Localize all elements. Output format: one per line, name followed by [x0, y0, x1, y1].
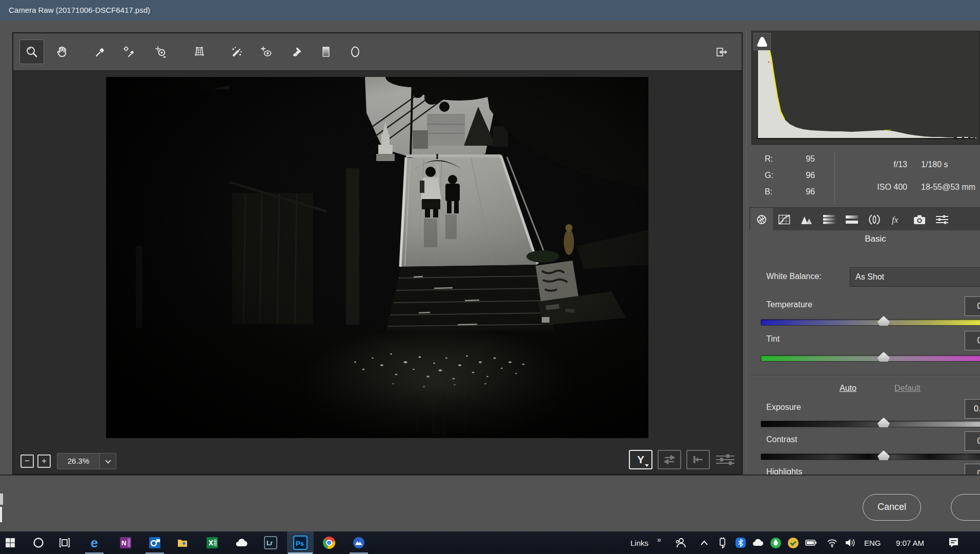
language-indicator[interactable]: ENG — [864, 531, 881, 554]
iso-value: ISO 400 — [851, 183, 907, 192]
red-eye-tool-button[interactable] — [254, 39, 278, 64]
taskbar-lightroom-button[interactable]: Lr — [260, 531, 281, 554]
tab-lens-corrections[interactable] — [863, 208, 886, 231]
temperature-value: 0 — [977, 302, 980, 310]
antivirus-tray-icon-button[interactable] — [770, 531, 782, 554]
g-value: 96 — [779, 171, 815, 180]
battery-tray-icon-button[interactable] — [805, 531, 818, 554]
wifi-tray-icon-button[interactable] — [826, 531, 839, 554]
volume-tray-icon-button[interactable] — [845, 531, 857, 554]
security-tray-icon-button[interactable] — [787, 531, 799, 554]
temperature-slider-handle[interactable] — [877, 316, 890, 326]
radial-filter-icon — [349, 45, 362, 58]
zoom-out-button[interactable]: − — [21, 454, 34, 468]
color-sampler-tool-button[interactable] — [117, 39, 141, 64]
preview-preferences-icon[interactable] — [715, 453, 736, 466]
white-balance-select[interactable]: As Shot — [850, 267, 980, 287]
taskbar-onedrive-button[interactable] — [231, 531, 252, 554]
contrast-label: Contrast — [766, 435, 797, 444]
radial-filter-tool-button[interactable] — [343, 39, 368, 64]
contrast-value-field[interactable]: 0 — [965, 431, 980, 451]
temperature-value-field[interactable]: 0 — [965, 296, 980, 316]
auto-link[interactable]: Auto — [840, 384, 856, 393]
action-center-button[interactable] — [948, 531, 960, 554]
camera-raw-toolbar — [13, 33, 742, 71]
b-value: 96 — [779, 187, 815, 196]
links-toolbar[interactable]: Links — [630, 531, 648, 554]
taskbar-onenote-button[interactable]: N — [115, 531, 136, 554]
adjustments-panel: R: 95 G: 96 B: 96 f/13 1/180 s ISO 400 1… — [749, 21, 980, 474]
swap-arrows-icon — [663, 454, 676, 465]
tab-detail[interactable] — [795, 208, 818, 231]
spot-removal-tool-button[interactable] — [224, 39, 249, 64]
usb-tray-icon-button[interactable] — [717, 531, 728, 554]
tab-basic[interactable] — [750, 208, 773, 231]
taskbar-photoshop-button[interactable]: Ps — [287, 531, 314, 554]
transform-tool-button[interactable] — [187, 39, 212, 64]
before-after-view-button[interactable]: Y — [629, 450, 652, 469]
bluetooth-tray-icon-button[interactable] — [735, 531, 746, 554]
copy-settings-button[interactable] — [686, 450, 710, 469]
temperature-slider[interactable] — [761, 319, 980, 326]
people-button[interactable] — [675, 531, 687, 554]
red-eye-icon — [259, 45, 273, 58]
exposure-value-field[interactable]: 0.0 — [965, 399, 980, 419]
zoom-level-select[interactable]: 26.3% — [57, 453, 116, 469]
tab-split-toning[interactable] — [841, 208, 863, 231]
cortana-button[interactable] — [28, 531, 49, 554]
taskbar-outlook-button[interactable] — [145, 531, 165, 554]
windows-taskbar: e N — [0, 531, 980, 554]
taskbar-edge-button[interactable]: e — [84, 531, 105, 554]
tint-value: 0 — [977, 336, 980, 345]
window-titlebar[interactable]: Camera Raw (20171006-DSCF6417.psd) — [0, 0, 980, 21]
tab-camera-calibration[interactable] — [908, 208, 931, 231]
taskbar-chrome-button[interactable] — [319, 531, 339, 554]
tint-slider-handle[interactable] — [877, 352, 890, 362]
tab-effects[interactable]: fx — [886, 208, 908, 231]
chevron-down-icon[interactable] — [99, 453, 116, 469]
default-link[interactable]: Default — [894, 384, 921, 393]
zoom-in-button[interactable]: + — [37, 454, 51, 468]
contrast-slider[interactable] — [761, 453, 980, 460]
adjustment-brush-tool-button[interactable] — [284, 39, 309, 64]
tab-presets[interactable] — [931, 208, 953, 231]
shadow-clipping-indicator[interactable] — [753, 33, 771, 50]
zoom-icon — [25, 45, 38, 58]
histogram[interactable] — [751, 31, 980, 145]
image-canvas[interactable]: − + 26.3% Y — [13, 71, 742, 473]
highlights-value-field[interactable]: 0 — [965, 464, 980, 474]
zoom-controls: − + 26.3% — [21, 453, 116, 469]
camera-icon — [913, 214, 926, 225]
hand-tool-button[interactable] — [50, 39, 74, 64]
cancel-button[interactable]: Cancel — [863, 494, 921, 521]
tab-tone-curve[interactable] — [773, 208, 795, 231]
detail-triangles-icon — [801, 214, 813, 225]
taskbar-excel-button[interactable] — [202, 531, 222, 554]
graduated-filter-tool-button[interactable] — [314, 39, 338, 64]
start-button[interactable] — [0, 531, 21, 554]
zoom-tool-button[interactable] — [19, 39, 44, 64]
tab-hsl-grayscale[interactable] — [818, 208, 841, 231]
highlights-value: 0 — [977, 469, 980, 474]
tint-slider[interactable] — [761, 355, 980, 362]
exposure-slider-handle[interactable] — [877, 418, 890, 427]
shutter-value: 1/180 s — [921, 160, 948, 169]
svg-text:Ps: Ps — [296, 540, 304, 547]
clock[interactable]: 9:07 AM — [896, 531, 924, 554]
exposure-slider[interactable] — [761, 421, 980, 427]
show-hidden-icons-button[interactable] — [699, 531, 709, 554]
swap-before-after-button[interactable] — [658, 450, 681, 469]
toggle-fullscreen-button[interactable] — [710, 40, 734, 65]
onedrive-tray-icon-button[interactable] — [751, 531, 765, 554]
background-window-sliver — [0, 507, 2, 522]
section-separator — [749, 375, 980, 376]
ok-button[interactable]: OK — [951, 494, 980, 521]
targeted-adjustment-tool-button[interactable] — [149, 39, 173, 64]
white-balance-tool-button[interactable] — [88, 39, 113, 64]
task-view-button[interactable] — [54, 531, 75, 554]
taskbar-vpn-button[interactable] — [349, 531, 369, 554]
taskbar-downloads-button[interactable] — [173, 531, 193, 554]
contrast-slider-handle[interactable] — [877, 450, 890, 460]
tint-value-field[interactable]: 0 — [965, 331, 980, 350]
r-label: R: — [765, 154, 773, 164]
